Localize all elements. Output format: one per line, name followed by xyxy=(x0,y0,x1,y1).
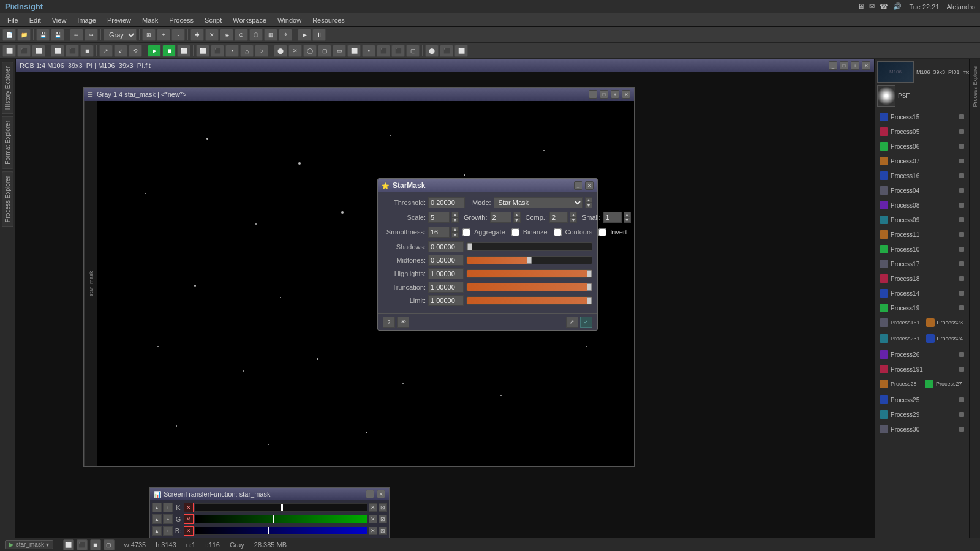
r2-btn30[interactable]: ⬜ xyxy=(454,45,468,57)
small-input[interactable] xyxy=(603,212,622,223)
stf-expand-g[interactable]: ▲ xyxy=(152,514,162,524)
small-up-btn[interactable]: ▲ xyxy=(624,212,631,217)
highlights-track[interactable] xyxy=(466,269,592,278)
tool7[interactable]: ⌖ xyxy=(279,29,292,41)
smoothness-down-btn[interactable]: ▼ xyxy=(451,232,459,238)
thumbnail-mosaic[interactable]: M106 xyxy=(877,61,914,83)
comp-down-btn[interactable]: ▼ xyxy=(570,217,577,223)
zoom-fit-btn[interactable]: ⊞ xyxy=(142,29,156,41)
starmask-close-btn[interactable]: ✕ xyxy=(622,90,630,99)
starmask-restore-btn[interactable]: □ xyxy=(600,90,608,99)
rgb-restore-btn[interactable]: □ xyxy=(840,61,848,70)
process-item-10[interactable]: Process17 xyxy=(877,257,967,271)
r2-btn19[interactable]: ✕ xyxy=(288,45,302,57)
process-item-1[interactable]: Process05 xyxy=(877,125,967,138)
r2-btn21[interactable]: ▢ xyxy=(318,45,331,57)
color-mode-dropdown[interactable]: Gray xyxy=(104,29,137,41)
midtones-input[interactable] xyxy=(428,255,464,266)
r2-btn13[interactable]: ⬜ xyxy=(196,45,209,57)
stf-thumb-b[interactable] xyxy=(268,527,270,534)
r2-btn6[interactable]: ◼ xyxy=(80,45,94,57)
dialog-preview-btn[interactable]: 👁 xyxy=(397,317,409,328)
process-item-14b[interactable]: Process23 xyxy=(924,316,967,329)
stf-reset-k[interactable]: ✕ xyxy=(184,503,194,512)
zoom-in-btn[interactable]: + xyxy=(157,29,170,41)
process-btn[interactable]: ▶ xyxy=(298,29,311,41)
menu-edit[interactable]: Edit xyxy=(24,15,46,25)
sidebar-tab-process[interactable]: Process Explorer xyxy=(2,171,13,227)
process-item-3[interactable]: Process07 xyxy=(877,154,967,168)
process-item-11[interactable]: Process18 xyxy=(877,272,967,285)
stf-up-b[interactable]: + xyxy=(163,526,173,536)
ws-btn2[interactable]: ⬛ xyxy=(77,539,88,550)
menu-view[interactable]: View xyxy=(47,15,72,25)
r2-btn5[interactable]: ⬛ xyxy=(66,45,79,57)
process-item-8[interactable]: Process11 xyxy=(877,228,967,241)
process-item-9[interactable]: Process10 xyxy=(877,242,967,256)
r2-btn17[interactable]: ▷ xyxy=(255,45,268,57)
dialog-help-btn[interactable]: ? xyxy=(383,317,395,328)
r2-btn12[interactable]: ⬜ xyxy=(177,45,190,57)
ws-btn1[interactable]: ⬜ xyxy=(63,539,74,550)
limit-thumb[interactable] xyxy=(587,297,592,304)
shadows-input[interactable] xyxy=(428,241,464,252)
process-item-4[interactable]: Process16 xyxy=(877,169,967,182)
limit-input[interactable] xyxy=(428,295,464,306)
r2-btn25[interactable]: ⬛ xyxy=(377,45,390,57)
mode-up-btn[interactable]: ▲ xyxy=(585,197,592,203)
growth-input[interactable] xyxy=(490,212,511,223)
truncation-input[interactable] xyxy=(428,282,464,293)
process-item-17[interactable]: Process191 xyxy=(877,362,967,376)
rgb-close-btn[interactable]: ✕ xyxy=(862,61,870,70)
stf-thumb-k[interactable] xyxy=(281,504,283,511)
open-btn[interactable]: 📁 xyxy=(17,29,31,41)
r2-btn26[interactable]: ⬛ xyxy=(391,45,405,57)
r2-btn8[interactable]: ↙ xyxy=(114,45,127,57)
r2-btn14[interactable]: ⬛ xyxy=(211,45,224,57)
smoothness-up-btn[interactable]: ▲ xyxy=(451,227,459,232)
sidebar-tab-history[interactable]: History Explorer xyxy=(2,62,13,114)
process-item-16[interactable]: Process26 xyxy=(877,348,967,361)
ws-btn4[interactable]: ▢ xyxy=(104,539,115,550)
r2-btn23[interactable]: ⬜ xyxy=(347,45,361,57)
new-btn[interactable]: 📄 xyxy=(2,29,16,41)
shadows-thumb[interactable] xyxy=(467,243,472,250)
comp-up-btn[interactable]: ▲ xyxy=(570,212,577,217)
r2-btn1[interactable]: ⬜ xyxy=(2,45,16,57)
stf-expand-k[interactable]: ▲ xyxy=(152,503,162,512)
threshold-input[interactable] xyxy=(428,197,465,208)
dialog-close-btn[interactable]: ✕ xyxy=(585,181,594,190)
undo-btn[interactable]: ↩ xyxy=(70,29,83,41)
rgb-minimize-btn[interactable]: _ xyxy=(829,61,837,70)
ws-btn3[interactable]: ◼ xyxy=(90,539,101,550)
tool2[interactable]: ✕ xyxy=(205,29,219,41)
menu-workspace[interactable]: Workspace xyxy=(228,15,271,25)
stf-x-g[interactable]: ✕ xyxy=(369,515,377,523)
stf-track-k[interactable] xyxy=(195,503,368,512)
workspace-tag[interactable]: ▶ star_mask ▾ xyxy=(5,540,53,549)
growth-down-btn[interactable]: ▼ xyxy=(513,217,521,223)
stf-x2-k[interactable]: ⊠ xyxy=(379,503,387,512)
r2-btn22[interactable]: ▭ xyxy=(333,45,346,57)
process-item-18b[interactable]: Process27 xyxy=(922,377,967,391)
dialog-minimize-btn[interactable]: _ xyxy=(574,181,582,190)
midtones-track[interactable] xyxy=(466,256,592,264)
r2-btn4[interactable]: ⬜ xyxy=(51,45,64,57)
comp-input[interactable] xyxy=(549,212,568,223)
stf-up-k[interactable]: + xyxy=(163,503,173,512)
process-item-13[interactable]: Process19 xyxy=(877,301,967,315)
mode-down-btn[interactable]: ▼ xyxy=(585,203,592,208)
r2-btn2[interactable]: ⬛ xyxy=(17,45,31,57)
stf-x2-g[interactable]: ⊠ xyxy=(379,515,387,523)
r2-btn10[interactable]: ▶ xyxy=(148,45,161,57)
stf-x-b[interactable]: ✕ xyxy=(369,527,377,535)
stf-close-btn[interactable]: ✕ xyxy=(377,490,385,498)
process-item-20[interactable]: Process29 xyxy=(877,408,967,421)
r2-btn7[interactable]: ↗ xyxy=(99,45,113,57)
contours-checkbox[interactable] xyxy=(554,228,562,236)
menu-script[interactable]: Script xyxy=(200,15,227,25)
tool4[interactable]: ⊙ xyxy=(235,29,248,41)
process-item-12[interactable]: Process14 xyxy=(877,287,967,300)
process-item-18a[interactable]: Process28 xyxy=(877,377,921,391)
stf-track-g[interactable] xyxy=(195,515,368,523)
